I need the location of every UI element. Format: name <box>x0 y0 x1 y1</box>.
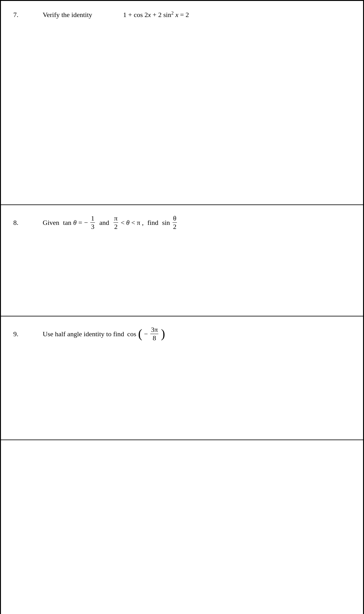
theta-over-2-fraction: θ 2 <box>173 214 177 231</box>
page-container: 7. Verify the identity 1 + cos 2x + 2 si… <box>0 0 364 614</box>
pi-denominator: 2 <box>113 223 118 231</box>
question-8-section: 8. Given tan θ = − 1 3 and π 2 < θ < π ,… <box>1 205 363 316</box>
3pi-denominator: 8 <box>152 334 157 342</box>
question-7-section: 7. Verify the identity 1 + cos 2x + 2 si… <box>1 1 363 205</box>
less-than-theta-less-than-pi: < θ < π , <box>121 219 143 227</box>
large-paren-open: ( <box>138 328 142 340</box>
pi-numerator: π <box>113 214 118 223</box>
sin-symbol: sin <box>162 219 170 227</box>
theta-denominator: 2 <box>173 223 177 231</box>
fraction-numerator: 1 <box>90 214 95 223</box>
question-7-label: Verify the identity <box>43 11 92 19</box>
question-9-number: 9. <box>13 330 24 338</box>
theta-numerator: θ <box>173 214 177 223</box>
question-9-content: Use half angle identity to find cos ( − … <box>43 326 165 342</box>
3pi-numerator: 3π <box>150 326 158 334</box>
use-half-angle-label: Use half angle identity to find <box>43 330 124 338</box>
theta-symbol-1: θ <box>73 219 77 227</box>
question-8-content: Given tan θ = − 1 3 and π 2 < θ < π , fi… <box>43 214 178 231</box>
large-paren-close: ) <box>161 328 165 340</box>
negative-sign-q9: − <box>144 330 148 338</box>
equals-sign-1: = <box>78 219 82 227</box>
one-third-fraction: 1 3 <box>90 214 95 231</box>
question-7-header: 7. Verify the identity 1 + cos 2x + 2 si… <box>13 10 351 19</box>
given-label: Given <box>43 219 59 227</box>
question-7-number: 7. <box>13 11 24 19</box>
question-7-expression: 1 + cos 2x + 2 sin2 x = 2 <box>123 10 189 19</box>
question-8-header: 8. Given tan θ = − 1 3 and π 2 < θ < π ,… <box>13 214 351 231</box>
cos-symbol: cos <box>127 330 136 338</box>
tan-symbol: tan <box>63 219 71 227</box>
3pi-over-8-fraction: 3π 8 <box>150 326 158 342</box>
question-9-section: 9. Use half angle identity to find cos (… <box>1 316 363 440</box>
and-word: and <box>99 219 109 227</box>
pi-over-2-fraction: π 2 <box>113 214 118 231</box>
negative-sign: − <box>84 219 88 227</box>
fraction-denominator: 3 <box>90 223 95 231</box>
question-9-header: 9. Use half angle identity to find cos (… <box>13 326 351 342</box>
question-8-number: 8. <box>13 219 24 227</box>
find-label: find <box>147 219 158 227</box>
